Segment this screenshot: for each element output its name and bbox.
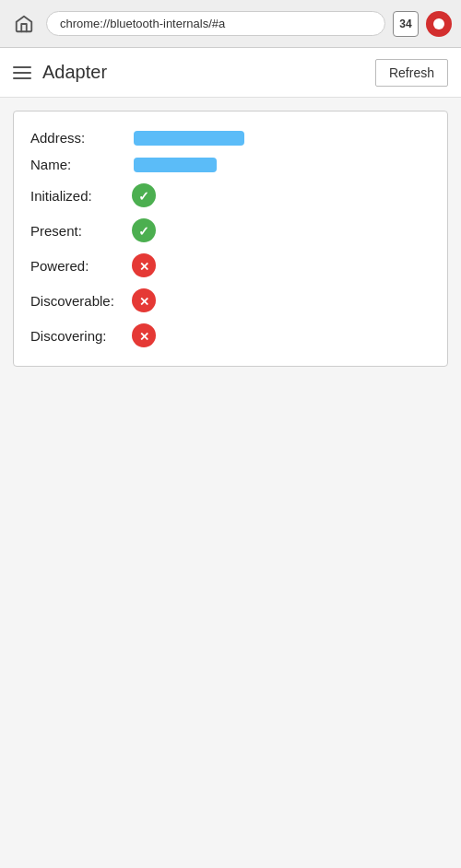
x-icon-2: [139, 293, 149, 309]
discovering-label: Discovering:: [30, 328, 132, 344]
name-label: Name:: [30, 157, 132, 172]
home-button[interactable]: [9, 9, 39, 39]
refresh-button[interactable]: Refresh: [375, 59, 448, 87]
initialized-status-icon: [132, 183, 156, 207]
hamburger-line-1: [13, 66, 31, 68]
hamburger-line-2: [13, 72, 31, 74]
name-row: Name:: [30, 151, 431, 178]
tab-count-badge[interactable]: 34: [393, 11, 419, 37]
url-bar[interactable]: chrome://bluetooth-internals/#a: [46, 11, 385, 36]
discovering-status-icon: [132, 323, 156, 347]
initialized-row: Initialized:: [30, 178, 431, 213]
address-redacted: [134, 131, 244, 146]
powered-row: Powered:: [30, 248, 431, 283]
main-content: Address: Name: Initialized: Present: Pow…: [0, 98, 461, 380]
discoverable-row: Discoverable:: [30, 283, 431, 318]
present-label: Present:: [30, 223, 132, 239]
name-redacted: [134, 158, 217, 172]
present-status-icon: [132, 218, 156, 242]
page-title: Adapter: [42, 62, 107, 83]
menu-button[interactable]: [13, 66, 31, 79]
page-header: Adapter Refresh: [0, 48, 461, 98]
discovering-row: Discovering:: [30, 318, 431, 353]
header-left: Adapter: [13, 62, 107, 83]
initialized-label: Initialized:: [30, 188, 132, 204]
check-icon-2: [138, 223, 149, 239]
record-icon: [433, 18, 444, 29]
x-icon-3: [139, 328, 149, 344]
powered-label: Powered:: [30, 258, 132, 274]
discoverable-status-icon: [132, 288, 156, 312]
address-row: Address:: [30, 124, 431, 151]
hamburger-line-3: [13, 77, 31, 79]
present-row: Present:: [30, 213, 431, 248]
record-button[interactable]: [426, 11, 452, 37]
browser-chrome-bar: chrome://bluetooth-internals/#a 34: [0, 0, 461, 48]
x-icon: [139, 258, 149, 274]
powered-status-icon: [132, 253, 156, 277]
discoverable-label: Discoverable:: [30, 293, 132, 309]
check-icon: [138, 188, 149, 204]
adapter-card: Address: Name: Initialized: Present: Pow…: [13, 111, 448, 367]
address-label: Address:: [30, 130, 132, 146]
